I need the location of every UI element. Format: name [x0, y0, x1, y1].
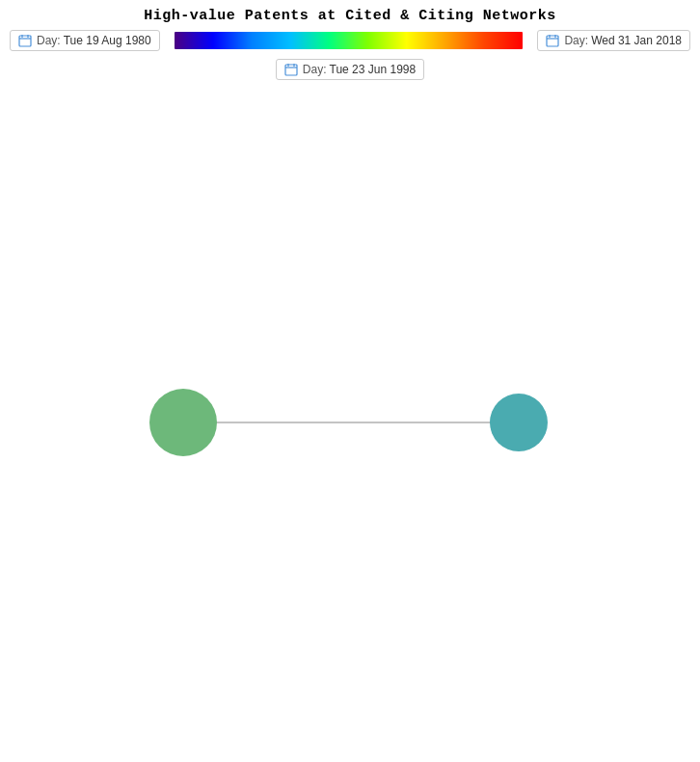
graph-svg	[0, 90, 700, 746]
right-date-label: Day:	[564, 34, 588, 47]
middle-date-badge[interactable]: Day: Tue 23 Jun 1998	[276, 59, 424, 80]
controls-row: Day: Tue 19 Aug 1980 Day: Wed 31 Jan 201…	[0, 30, 700, 51]
middle-date-label: Day:	[303, 63, 327, 76]
color-bar	[175, 32, 524, 49]
calendar-icon-left	[18, 34, 32, 47]
graph-area	[0, 90, 700, 746]
middle-row: Day: Tue 23 Jun 1998	[0, 59, 700, 80]
calendar-icon-right	[546, 34, 559, 47]
svg-rect-0	[19, 36, 31, 46]
svg-rect-8	[285, 65, 297, 75]
node-left[interactable]	[149, 389, 217, 456]
left-date-value: Tue 19 Aug 1980	[64, 34, 151, 47]
color-bar-container	[175, 32, 524, 49]
svg-rect-4	[547, 36, 558, 46]
right-date-badge[interactable]: Day: Wed 31 Jan 2018	[537, 30, 690, 51]
node-right[interactable]	[490, 394, 548, 451]
page-title: High-value Patents at Cited & Citing Net…	[0, 0, 700, 30]
left-date-badge[interactable]: Day: Tue 19 Aug 1980	[10, 30, 160, 51]
calendar-icon-middle	[284, 63, 298, 76]
right-date-value: Wed 31 Jan 2018	[591, 34, 682, 47]
left-date-label: Day:	[37, 34, 61, 47]
middle-date-value: Tue 23 Jun 1998	[330, 63, 417, 76]
